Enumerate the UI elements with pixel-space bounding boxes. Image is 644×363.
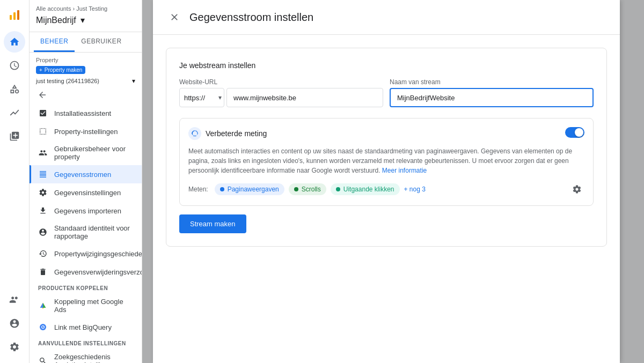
app-logo (4, 4, 25, 26)
modal-header: Gegevensstroom instellen (153, 0, 620, 35)
paginaweergaven-label: Paginaweergaven (228, 186, 279, 193)
enhanced-toggle[interactable] (565, 127, 584, 138)
modal-close-button[interactable] (166, 9, 183, 26)
protocol-select-input[interactable]: https:// http:// (180, 88, 218, 107)
more-info-link[interactable]: Meer informatie (382, 167, 427, 174)
people-icon (38, 148, 48, 158)
breadcrumb: Alle accounts › Just Testing (36, 4, 135, 13)
sidebar-item-label: Link met BigQuery (54, 323, 112, 331)
account-switcher[interactable]: MijnBedrijf ▾ (36, 13, 135, 27)
domain-input[interactable] (226, 88, 383, 107)
sidebar-item-label: Property-instellingen (54, 128, 118, 136)
metric-chip-uitgaande-klikken[interactable]: Uitgaande klikken (331, 183, 400, 195)
enhanced-icon (188, 127, 201, 140)
website-url-field: Website-URL https:// http:// ▾ (179, 78, 383, 107)
enhanced-card: Verbeterde meting Meet automatisch inter… (179, 118, 594, 206)
nav-explore[interactable] (4, 78, 25, 100)
search-history-icon (38, 356, 48, 363)
sidebar-item-installatie[interactable]: Installatieassistent (30, 104, 142, 122)
enhanced-title-row: Verbeterde meting (188, 127, 267, 140)
stream-name-label: Naam van stream (390, 78, 594, 86)
svg-rect-1 (13, 12, 16, 20)
enhanced-description: Meet automatisch interacties en content … (188, 146, 584, 175)
modal-panel: Gegevensstroom instellen Je webstream in… (153, 0, 620, 363)
sidebar-item-zoekgeschiedenis[interactable]: Zoekgeschiedenis Analytics Intelligence (30, 349, 142, 363)
metric-chip-scrolls[interactable]: Scrolls (289, 183, 326, 195)
enhanced-header: Verbeterde meting (188, 127, 584, 142)
stream-name-input[interactable] (390, 88, 594, 107)
sidebar-item-gebruikersbeheer[interactable]: Gebruikersbeheer voor property (30, 140, 142, 165)
delete-icon (38, 267, 48, 277)
check-square-icon (38, 108, 48, 118)
uitgaande-klikken-dot (336, 187, 340, 191)
sidebar-item-gegevens-importeren[interactable]: Gegevens importeren (30, 202, 142, 220)
sidebar-item-property-wijzigingen[interactable]: Propertywijzigingsgeschiedenis (30, 245, 142, 263)
more-metrics-link[interactable]: + nog 3 (404, 186, 426, 193)
scrolls-dot (294, 187, 298, 191)
sidebar-item-label: Installatieassistent (54, 109, 111, 117)
sidebar-header: Alle accounts › Just Testing MijnBedrijf… (30, 0, 142, 32)
nav-admin[interactable] (4, 313, 25, 334)
domain-field (226, 88, 383, 107)
create-stream-button[interactable]: Stream maken (179, 214, 246, 233)
enhanced-title-area: Verbeterde meting (188, 127, 267, 142)
sidebar-item-label: Propertywijzigingsgeschiedenis (54, 250, 142, 258)
metrics-settings-button[interactable] (569, 182, 584, 197)
property-dropdown-icon: ▾ (132, 77, 135, 85)
sidebar-item-verwijderingsverzoeker[interactable]: Gegevensverwijderingsverzoeker (30, 263, 142, 281)
stream-name-field: Naam van stream (390, 78, 594, 107)
tab-gebruiker[interactable]: GEBRUIKER (75, 32, 128, 52)
sidebar-item-label: Gegevensstromen (54, 171, 111, 179)
nav-reports[interactable] (4, 55, 25, 76)
nav-settings[interactable] (4, 336, 25, 358)
nav-audiences[interactable] (4, 289, 25, 310)
sidebar-item-label: Standaard identiteit voor rapportage (54, 224, 133, 240)
nav-advertising[interactable] (4, 102, 25, 123)
modal-body: Je webstream instellen Website-URL https… (153, 35, 620, 268)
products-section-label: PRODUCTEN KOPPELEN (30, 281, 142, 293)
tab-beheer[interactable]: BEHEER (34, 32, 75, 52)
sidebar-item-bigquery[interactable]: Link met BigQuery (30, 318, 142, 336)
protocol-selector[interactable]: https:// http:// ▾ (179, 88, 224, 107)
settings-square-icon (38, 127, 48, 136)
property-label: Property (36, 57, 135, 63)
property-badge[interactable]: + Property maken (36, 66, 85, 74)
sidebar-tabs: BEHEER GEBRUIKER (30, 32, 142, 53)
paginaweergaven-dot (220, 187, 224, 191)
sidebar-item-standaard-identiteit[interactable]: Standaard identiteit voor rapportage (30, 220, 142, 245)
sidebar-item-label: Gebruikersbeheer voor property (54, 145, 133, 161)
nav-home[interactable] (4, 31, 25, 53)
website-url-label: Website-URL (179, 78, 383, 86)
sidebar-item-gegevensstromen[interactable]: Gegevensstromen (30, 165, 142, 183)
property-section: Property + Property maken just testing (… (30, 53, 142, 88)
metrics-row: Meten: Paginaweergaven Scrolls (188, 182, 584, 197)
metrics-label: Meten: (188, 186, 208, 193)
sidebar-item-google-ads[interactable]: Koppeling met Google Ads (30, 293, 142, 318)
uitgaande-klikken-label: Uitgaande klikken (343, 186, 394, 193)
google-ads-icon (38, 301, 48, 310)
url-row: Website-URL https:// http:// ▾ (179, 78, 594, 107)
identity-icon (38, 227, 48, 237)
sidebar-item-label: Zoekgeschiedenis Analytics Intelligence (54, 353, 133, 363)
svg-rect-2 (17, 10, 19, 20)
section-title: Je webstream instellen (179, 61, 594, 70)
enhanced-title: Verbeterde meting (206, 129, 267, 138)
sidebar-item-label: Koppeling met Google Ads (54, 298, 133, 314)
svg-rect-0 (10, 15, 12, 20)
metric-chip-paginaweergaven[interactable]: Paginaweergaven (215, 183, 284, 195)
left-nav (0, 0, 30, 363)
extra-section-label: AANVULLENDE INSTELLINGEN (30, 336, 142, 349)
sidebar: Alle accounts › Just Testing MijnBedrijf… (30, 0, 142, 363)
nav-configure[interactable] (4, 125, 25, 147)
property-selector[interactable]: just testing (264119826) ▾ (36, 76, 135, 86)
main-content: Gegevensstroom instellen Je webstream in… (142, 0, 644, 363)
sidebar-item-label: Gegevens importeren (54, 207, 121, 215)
stream-icon (38, 169, 48, 179)
modal-title: Gegevensstroom instellen (189, 11, 313, 24)
sidebar-item-gegevensinstellingen[interactable]: Gegevensinstellingen (30, 183, 142, 202)
sidebar-item-property-instellingen[interactable]: Property-instellingen (30, 122, 142, 140)
sidebar-menu: Installatieassistent Property-instelling… (30, 102, 142, 363)
sidebar-back-button[interactable] (34, 90, 51, 100)
form-card: Je webstream instellen Website-URL https… (166, 48, 607, 247)
scrolls-label: Scrolls (302, 186, 321, 193)
